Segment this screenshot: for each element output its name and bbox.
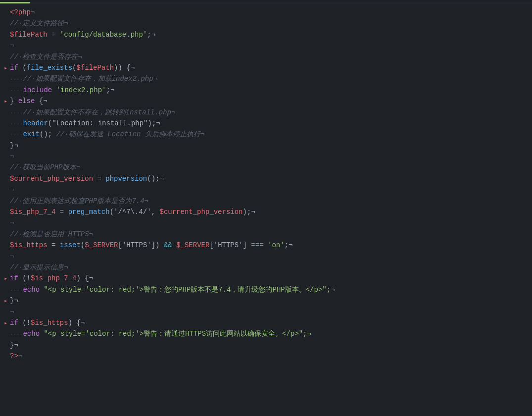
code-line: ¬ <box>0 40 532 51</box>
code-line: ▸}¬ <box>0 295 532 306</box>
token: 'index2.php' <box>56 86 106 94</box>
token: ?> <box>10 352 18 360</box>
token: //·检查文件是否存在¬ <box>10 53 82 61</box>
line-arrow <box>4 330 10 339</box>
token: ("Location: install.php");¬ <box>48 119 160 127</box>
code-line: ?>¬ <box>0 351 532 362</box>
code-line: ¬ <box>0 217 532 228</box>
code-line: ····echo "<p style='color: red;'>警告：您的PH… <box>0 284 532 295</box>
line-arrow <box>4 119 10 129</box>
token: header <box>23 119 48 127</box>
code-line: //·获取当前PHP版本¬ <box>0 162 532 173</box>
indent-dot: · <box>10 287 13 293</box>
token: }¬ <box>10 142 18 150</box>
line-content: $is_https = isset($_SERVER['HTTPS']) && … <box>10 240 528 251</box>
code-line: //·定义文件路径¬ <box>0 18 532 29</box>
token: ;¬ <box>147 31 155 39</box>
line-content: if (!$is_https) {¬ <box>10 317 528 328</box>
line-arrow <box>4 86 10 96</box>
token: $current_php_version <box>10 175 93 183</box>
code-line: ····header("Location: install.php");¬ <box>0 118 532 129</box>
indent-dot: · <box>16 110 20 116</box>
token: //·检测是否启用 HTTPS¬ <box>10 230 93 238</box>
token: if <box>10 274 18 282</box>
line-arrow <box>4 208 10 217</box>
line-content: $filePath = 'config/database.php';¬ <box>10 29 528 40</box>
code-line: ¬ <box>0 151 532 162</box>
token: $is_php_7_4 <box>31 274 76 282</box>
indent-dot: · <box>16 76 20 82</box>
code-line: $current_php_version = phpversion();¬ <box>0 173 532 184</box>
token: //·如果配置文件存在，加载index2.php¬ <box>23 75 157 83</box>
token: else <box>18 97 35 105</box>
token: <?php <box>10 8 31 16</box>
code-editor: <?php¬ //·定义文件路径¬ $filePath = 'config/da… <box>0 0 532 416</box>
line-arrow <box>4 341 10 351</box>
token: ¬ <box>10 308 14 316</box>
token: $filePath <box>10 31 48 39</box>
token: ['HTTPS'] <box>209 241 251 249</box>
token: ¬ <box>18 352 22 360</box>
token: = <box>55 208 68 216</box>
line-content: ¬ <box>10 307 528 317</box>
indent-dot: · <box>10 88 13 94</box>
line-arrow <box>4 19 10 29</box>
line-arrow <box>4 42 10 51</box>
token: ('/^7\.4/', <box>110 208 160 216</box>
line-content: ····//·如果配置文件存在，加载index2.php¬ <box>10 73 528 84</box>
line-content: //·使用正则表达式检查PHP版本是否为7.4¬ <box>10 196 528 207</box>
code-line: ¬ <box>0 184 532 195</box>
code-line: ▸if (!$is_php_7_4) {¬ <box>0 273 532 284</box>
token: ['HTTPS']) <box>118 241 163 249</box>
code-line: ····//·如果配置文件不存在，跳转到install.php¬ <box>0 107 532 118</box>
line-arrow <box>4 308 10 317</box>
line-arrow <box>4 31 10 40</box>
token: //·定义文件路径¬ <box>10 19 68 27</box>
indent-dot: · <box>16 287 20 293</box>
line-arrow <box>4 130 10 140</box>
line-content: //·定义文件路径¬ <box>10 18 528 29</box>
indent-dot: · <box>10 121 13 127</box>
code-line: //·显示提示信息¬ <box>0 262 532 273</box>
code-line: ····include 'index2.php';¬ <box>0 85 532 96</box>
indent-dot: · <box>10 110 13 116</box>
line-arrow <box>4 142 10 151</box>
line-content: ····include 'index2.php';¬ <box>10 85 528 96</box>
token: (); <box>40 130 52 138</box>
token: phpversion <box>105 175 147 183</box>
line-arrow <box>4 186 10 195</box>
token: include <box>23 86 52 94</box>
token: if <box>10 64 18 72</box>
token: 'config/database.php' <box>60 31 147 39</box>
token <box>264 241 268 249</box>
line-content: ¬ <box>10 40 528 51</box>
token: = <box>93 175 105 183</box>
code-line: <?php¬ <box>0 7 532 18</box>
token: isset <box>60 241 81 249</box>
line-content: ¬ <box>10 251 528 262</box>
line-content: if (!$is_php_7_4) {¬ <box>10 273 528 284</box>
token: ;¬ <box>106 86 114 94</box>
token: {¬ <box>35 97 47 105</box>
token: (! <box>18 274 31 282</box>
code-line: ····exit(); //·确保在发送 Location 头后脚本停止执行¬ <box>0 129 532 140</box>
token: $_SERVER <box>176 241 209 249</box>
token: ¬ <box>10 186 14 194</box>
token: === <box>251 241 263 249</box>
code-line: ▸} else {¬ <box>0 96 532 106</box>
token: ¬ <box>31 8 35 16</box>
indent-dot: · <box>10 132 13 138</box>
line-arrow <box>4 241 10 251</box>
line-content: //·检测是否启用 HTTPS¬ <box>10 229 528 240</box>
token: ( <box>81 241 85 249</box>
line-arrow: ▸ <box>4 97 10 106</box>
token: //·使用正则表达式检查PHP版本是否为7.4¬ <box>10 197 148 205</box>
token <box>52 86 56 94</box>
code-line: $is_php_7_4 = preg_match('/^7\.4/', $cur… <box>0 207 532 217</box>
token: "<p style='color: red;'>警告：请通过HTTPS访问此网站… <box>40 330 311 338</box>
code-line: ¬ <box>0 251 532 262</box>
code-line: //·检查文件是否存在¬ <box>0 52 532 62</box>
token: }¬ <box>10 297 18 305</box>
indent-dot: · <box>16 121 20 127</box>
line-arrow <box>4 153 10 162</box>
